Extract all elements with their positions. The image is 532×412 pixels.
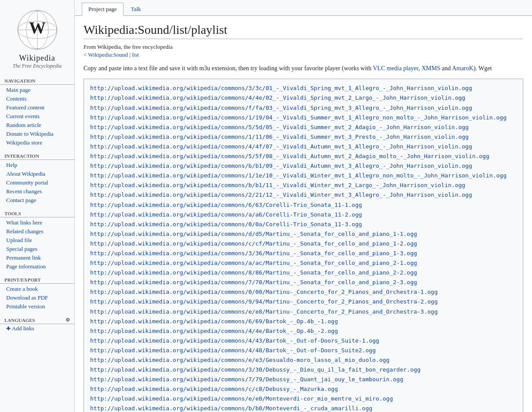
wikipedia-globe-icon: W: [15, 8, 59, 52]
playlist-url-link[interactable]: http://upload.wikimedia.org/wikipedia/co…: [90, 192, 472, 198]
navigation-title: Navigation: [0, 76, 74, 85]
list-item: http://upload.wikimedia.org/wikipedia/co…: [90, 346, 517, 355]
playlist-url-link[interactable]: http://upload.wikimedia.org/wikipedia/co…: [90, 298, 438, 305]
list-item: http://upload.wikimedia.org/wikipedia/co…: [90, 200, 517, 210]
sidebar-item-related-changes[interactable]: Related changes: [0, 227, 74, 236]
playlist-url-link[interactable]: http://upload.wikimedia.org/wikipedia/co…: [90, 221, 362, 228]
sidebar-item-contact-page[interactable]: Contact page: [0, 196, 74, 205]
sidebar-item-featured-content[interactable]: Featured content: [0, 103, 74, 112]
sidebar-item-about-wikipedia[interactable]: About Wikipedia: [0, 170, 74, 178]
tools-section: Tools What links here Related changes Up…: [0, 209, 74, 271]
playlist-url-link[interactable]: http://upload.wikimedia.org/wikipedia/co…: [90, 386, 338, 392]
playlist-url-link[interactable]: http://upload.wikimedia.org/wikipedia/co…: [90, 337, 379, 344]
tab-project-page[interactable]: Project page: [82, 3, 124, 16]
sidebar-item-what-links-here[interactable]: What links here: [0, 218, 74, 227]
list-item: http://upload.wikimedia.org/wikipedia/co…: [90, 113, 517, 123]
playlist-url-link[interactable]: http://upload.wikimedia.org/wikipedia/co…: [90, 124, 469, 130]
playlist-url-link[interactable]: http://upload.wikimedia.org/wikipedia/co…: [90, 114, 506, 121]
playlist-url-link[interactable]: http://upload.wikimedia.org/wikipedia/co…: [90, 182, 465, 188]
languages-section-header: Languages ⚙: [0, 315, 74, 324]
playlist-url-link[interactable]: http://upload.wikimedia.org/wikipedia/co…: [90, 260, 417, 266]
list-item: http://upload.wikimedia.org/wikipedia/co…: [90, 181, 517, 190]
sidebar-item-community-portal[interactable]: Community portal: [0, 178, 74, 187]
list-item: http://upload.wikimedia.org/wikipedia/co…: [90, 190, 517, 200]
playlist-url-link[interactable]: http://upload.wikimedia.org/wikipedia/co…: [90, 85, 472, 91]
sidebar-item-create-book[interactable]: Create a book: [0, 285, 74, 293]
interaction-title: Interaction: [0, 152, 74, 160]
add-links-button[interactable]: Add links: [12, 325, 34, 332]
list-item: http://upload.wikimedia.org/wikipedia/co…: [90, 83, 517, 93]
playlist-url-link[interactable]: http://upload.wikimedia.org/wikipedia/co…: [90, 143, 472, 150]
print-title: Print/export: [0, 275, 74, 284]
sidebar-item-donate[interactable]: Donate to Wikipedia: [0, 130, 74, 138]
list-item: http://upload.wikimedia.org/wikipedia/co…: [90, 132, 517, 142]
plus-icon: ✚: [6, 325, 11, 332]
playlist-url-link[interactable]: http://upload.wikimedia.org/wikipedia/co…: [90, 105, 472, 111]
list-item: http://upload.wikimedia.org/wikipedia/co…: [90, 152, 517, 161]
playlist-url-link[interactable]: http://upload.wikimedia.org/wikipedia/co…: [90, 328, 338, 334]
breadcrumb-link-list[interactable]: list: [132, 51, 139, 58]
playlist-url-link[interactable]: http://upload.wikimedia.org/wikipedia/co…: [90, 250, 417, 257]
sidebar-item-permanent-link[interactable]: Permanent link: [0, 253, 74, 262]
playlist-url-link[interactable]: http://upload.wikimedia.org/wikipedia/co…: [90, 163, 472, 169]
breadcrumb-link-sound[interactable]: Wikipedia:Sound: [88, 51, 128, 58]
description-text: Copy and paste into a text file and save…: [84, 64, 523, 73]
playlist-url-link[interactable]: http://upload.wikimedia.org/wikipedia/co…: [90, 318, 338, 325]
sidebar-logo: W Wikipedia The Free Encyclopedia: [0, 4, 74, 72]
tools-title: Tools: [0, 209, 74, 217]
playlist-url-link[interactable]: http://upload.wikimedia.org/wikipedia/co…: [90, 405, 372, 412]
sidebar-item-download-pdf[interactable]: Download as PDF: [0, 293, 74, 302]
playlist-box: http://upload.wikimedia.org/wikipedia/co…: [84, 79, 523, 412]
sidebar-item-wikipedia-store[interactable]: Wikipedia store: [0, 138, 74, 147]
sidebar-item-printable-version[interactable]: Printable version: [0, 302, 74, 311]
playlist-url-link[interactable]: http://upload.wikimedia.org/wikipedia/co…: [90, 366, 420, 373]
playlist-url-link[interactable]: http://upload.wikimedia.org/wikipedia/co…: [90, 269, 417, 276]
list-item: http://upload.wikimedia.org/wikipedia/co…: [90, 355, 517, 365]
playlist-url-link[interactable]: http://upload.wikimedia.org/wikipedia/co…: [90, 308, 438, 315]
playlist-url-link[interactable]: http://upload.wikimedia.org/wikipedia/co…: [90, 376, 403, 383]
list-item: http://upload.wikimedia.org/wikipedia/co…: [90, 93, 517, 103]
playlist-url-link[interactable]: http://upload.wikimedia.org/wikipedia/co…: [90, 94, 465, 101]
playlist-url-link[interactable]: http://upload.wikimedia.org/wikipedia/co…: [90, 134, 469, 140]
playlist-url-link[interactable]: http://upload.wikimedia.org/wikipedia/co…: [90, 172, 506, 179]
sidebar-item-help[interactable]: Help: [0, 161, 74, 170]
xmms-link[interactable]: XMMS: [422, 65, 441, 72]
sidebar-item-current-events[interactable]: Current events: [0, 112, 74, 121]
playlist-url-link[interactable]: http://upload.wikimedia.org/wikipedia/co…: [90, 153, 489, 159]
sidebar-item-upload-file[interactable]: Upload file: [0, 236, 74, 245]
sidebar-item-special-pages[interactable]: Special pages: [0, 245, 74, 253]
playlist-url-link[interactable]: http://upload.wikimedia.org/wikipedia/co…: [90, 211, 362, 218]
sidebar-item-recent-changes[interactable]: Recent changes: [0, 187, 74, 196]
list-item: http://upload.wikimedia.org/wikipedia/co…: [90, 394, 517, 404]
gear-icon[interactable]: ⚙: [66, 317, 70, 323]
list-item: http://upload.wikimedia.org/wikipedia/co…: [90, 268, 517, 278]
playlist-url-link[interactable]: http://upload.wikimedia.org/wikipedia/co…: [90, 357, 390, 363]
list-item: http://upload.wikimedia.org/wikipedia/co…: [90, 307, 517, 317]
list-item: http://upload.wikimedia.org/wikipedia/co…: [90, 258, 517, 268]
amarok-link[interactable]: AmaroK: [452, 65, 474, 72]
list-item: http://upload.wikimedia.org/wikipedia/co…: [90, 326, 517, 336]
sidebar-item-main-page[interactable]: Main page: [0, 86, 74, 94]
list-item: http://upload.wikimedia.org/wikipedia/co…: [90, 239, 517, 249]
sidebar-item-page-information[interactable]: Page information: [0, 262, 74, 271]
sidebar-item-random-article[interactable]: Random article: [0, 121, 74, 130]
playlist-url-link[interactable]: http://upload.wikimedia.org/wikipedia/co…: [90, 202, 362, 208]
tab-talk[interactable]: Talk: [124, 3, 148, 16]
playlist-url-link[interactable]: http://upload.wikimedia.org/wikipedia/co…: [90, 347, 376, 354]
sidebar: W Wikipedia The Free Encyclopedia Naviga…: [0, 0, 75, 412]
list-item: http://upload.wikimedia.org/wikipedia/co…: [90, 220, 517, 229]
list-item: http://upload.wikimedia.org/wikipedia/co…: [90, 249, 517, 258]
navigation-section: Navigation Main page Contents Featured c…: [0, 76, 74, 147]
sidebar-item-contents[interactable]: Contents: [0, 94, 74, 103]
list-item: http://upload.wikimedia.org/wikipedia/co…: [90, 287, 517, 297]
list-item: http://upload.wikimedia.org/wikipedia/co…: [90, 171, 517, 181]
playlist-url-link[interactable]: http://upload.wikimedia.org/wikipedia/co…: [90, 289, 438, 295]
content-area: Wikipedia:Sound/list/playlist From Wikip…: [75, 16, 532, 412]
vlc-link[interactable]: VLC media player: [373, 65, 419, 72]
playlist-url-link[interactable]: http://upload.wikimedia.org/wikipedia/co…: [90, 240, 417, 247]
playlist-url-link[interactable]: http://upload.wikimedia.org/wikipedia/co…: [90, 395, 393, 402]
playlist-url-link[interactable]: http://upload.wikimedia.org/wikipedia/co…: [90, 279, 417, 286]
main-content: Project page Talk Wikipedia:Sound/list/p…: [75, 0, 532, 412]
interaction-section: Interaction Help About Wikipedia Communi…: [0, 152, 74, 205]
playlist-url-link[interactable]: http://upload.wikimedia.org/wikipedia/co…: [90, 231, 417, 237]
